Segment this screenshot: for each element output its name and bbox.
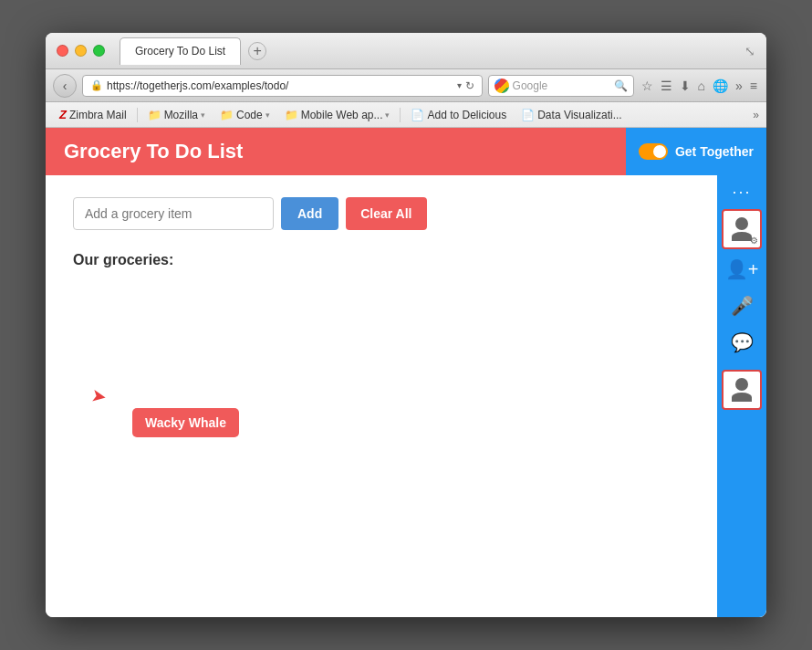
tab-title: Grocery To Do List: [135, 45, 225, 58]
bookmark-label: Mozilla: [164, 109, 198, 121]
google-icon: [494, 79, 509, 93]
groceries-label: Our groceries:: [73, 252, 739, 268]
input-row: Add Clear All: [73, 197, 739, 230]
chevron-icon: ▾: [265, 110, 270, 120]
page-icon: 📄: [521, 109, 535, 121]
cursor-arrow: ➤: [89, 384, 109, 409]
list-icon[interactable]: ☰: [659, 77, 674, 95]
active-tab[interactable]: Grocery To Do List: [120, 37, 241, 65]
bookmark-label: Add to Delicious: [427, 109, 506, 121]
bookmark-mozilla[interactable]: 📁 Mozilla ▾: [141, 106, 212, 124]
add-person-icon: 👤+: [725, 258, 759, 280]
page-icon: 📄: [411, 109, 424, 121]
bookmark-mobile[interactable]: 📁 Mobile Web ap... ▾: [278, 106, 397, 124]
back-button[interactable]: ‹: [53, 74, 77, 98]
avatar-person-bottom: [730, 378, 754, 402]
dropdown-arrow: ▾: [457, 80, 462, 90]
bookmark-datavis[interactable]: 📄 Data Visualizati...: [515, 106, 629, 124]
url-text: https://togetherjs.com/examples/todo/: [107, 79, 453, 92]
toggle-icon: [639, 143, 668, 160]
add-person-button[interactable]: 👤+: [722, 253, 762, 286]
chat-icon: 💬: [731, 331, 754, 353]
back-icon: ‹: [63, 79, 68, 93]
star-icon[interactable]: ☆: [640, 77, 655, 95]
bookmark-separator: [137, 108, 138, 122]
bookmark-delicious[interactable]: 📄 Add to Delicious: [404, 106, 513, 124]
avatar-head: [735, 217, 748, 230]
lock-icon: 🔒: [90, 79, 103, 91]
page-title: Grocery To Do List: [64, 140, 243, 163]
address-bar[interactable]: 🔒 https://togetherjs.com/examples/todo/ …: [82, 75, 483, 97]
avatar-body-bottom: [732, 393, 752, 402]
nav-icons: ☆ ☰ ⬇ ⌂ 🌐 » ≡: [640, 77, 759, 95]
zimbra-icon: Z: [59, 108, 67, 121]
search-icon: 🔍: [614, 79, 628, 92]
bookmark-code[interactable]: 📁 Code ▾: [213, 106, 276, 124]
gear-icon: ⚙: [750, 236, 758, 246]
close-button[interactable]: [57, 45, 68, 57]
overflow-icon[interactable]: »: [734, 77, 744, 95]
clear-all-button[interactable]: Clear All: [346, 197, 426, 230]
bookmark-label: Mobile Web ap...: [301, 109, 383, 121]
folder-icon: 📁: [148, 109, 161, 121]
nav-bar: ‹ 🔒 https://togetherjs.com/examples/todo…: [46, 69, 766, 102]
chevron-icon: ▾: [385, 110, 390, 120]
page-header: Grocery To Do List Get Together: [46, 128, 766, 175]
avatar-body: [732, 232, 752, 241]
mic-button[interactable]: 🎤: [722, 289, 762, 322]
new-tab-button[interactable]: +: [248, 42, 266, 60]
get-together-button[interactable]: Get Together: [626, 128, 766, 175]
folder-icon: 📁: [220, 109, 234, 121]
bookmark-separator-2: [400, 108, 401, 122]
download-icon[interactable]: ⬇: [678, 77, 692, 95]
globe-icon[interactable]: 🌐: [711, 77, 730, 95]
sidebar-dots-icon: ···: [732, 183, 751, 202]
window-controls: [57, 45, 105, 57]
resize-icon: ⤡: [744, 44, 755, 58]
user-avatar-top[interactable]: ⚙: [722, 209, 762, 249]
get-together-label: Get Together: [675, 144, 754, 159]
bookmark-label: Code: [236, 109, 263, 121]
bookmarks-overflow-button[interactable]: »: [753, 109, 759, 121]
bookmark-label: Zimbra Mail: [69, 109, 127, 121]
home-icon[interactable]: ⌂: [696, 77, 707, 95]
browser-window: Grocery To Do List + ⤡ ‹ 🔒 https://toget…: [46, 33, 766, 617]
mic-icon: 🎤: [731, 295, 754, 317]
search-bar[interactable]: Google 🔍: [488, 75, 634, 97]
menu-icon[interactable]: ≡: [748, 77, 759, 95]
sidebar-panel: ··· ⚙ 👤+ 🎤 💬: [717, 175, 766, 617]
grocery-input[interactable]: [73, 197, 274, 230]
bookmark-zimbra[interactable]: Z Zimbra Mail: [53, 105, 133, 124]
page-content: Add Clear All Our groceries: ➤ Wacky Wha…: [46, 175, 766, 617]
bookmark-label: Data Visualizati...: [537, 109, 622, 121]
maximize-button[interactable]: [93, 45, 105, 57]
add-button[interactable]: Add: [281, 197, 338, 230]
user-avatar-bottom[interactable]: [722, 370, 762, 410]
chat-button[interactable]: 💬: [722, 326, 762, 359]
search-placeholder: Google: [513, 79, 548, 92]
title-bar: Grocery To Do List + ⤡: [46, 33, 766, 69]
chevron-icon: ▾: [201, 110, 205, 120]
tab-bar: Grocery To Do List + ⤡: [120, 37, 755, 65]
folder-icon: 📁: [285, 109, 298, 121]
wacky-whale-badge[interactable]: Wacky Whale: [132, 408, 239, 437]
bookmarks-bar: Z Zimbra Mail 📁 Mozilla ▾ 📁 Code ▾ 📁 Mob…: [46, 102, 766, 128]
avatar-head-bottom: [735, 378, 748, 391]
refresh-icon[interactable]: ↻: [465, 79, 474, 92]
minimize-button[interactable]: [75, 45, 87, 57]
